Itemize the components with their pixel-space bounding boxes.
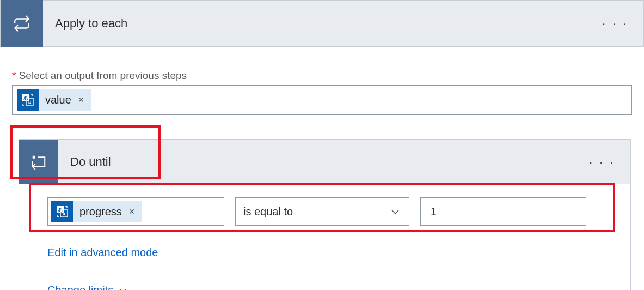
chevron-down-icon xyxy=(389,206,401,218)
svg-rect-4 xyxy=(33,156,35,159)
condition-operator-select[interactable]: is equal to xyxy=(235,197,409,226)
apply-to-each-title: Apply to each xyxy=(43,16,602,31)
progress-token[interactable]: あ a progress × xyxy=(51,201,142,222)
remove-progress-token[interactable]: × xyxy=(127,206,137,218)
loop-icon xyxy=(1,0,43,47)
edit-advanced-link[interactable]: Edit in advanced mode xyxy=(47,246,158,259)
apply-more-button[interactable]: · · · xyxy=(602,16,643,31)
svg-text:a: a xyxy=(63,211,66,216)
select-output-label: * Select an output from previous steps xyxy=(12,70,632,82)
chevron-down-icon xyxy=(118,285,128,291)
do-until-more-button[interactable]: · · · xyxy=(589,154,630,170)
do-until-title: Do until xyxy=(58,155,589,169)
do-until-header[interactable]: Do until · · · xyxy=(19,140,630,184)
condition-left-input[interactable]: あ a progress × xyxy=(47,197,224,226)
translate-icon: あ a xyxy=(17,89,39,111)
operator-label: is equal to xyxy=(243,206,293,218)
svg-text:a: a xyxy=(28,99,32,105)
do-until-card: Do until · · · あ a xyxy=(19,139,631,290)
select-output-input[interactable]: あ a value × xyxy=(12,85,632,115)
value-token-label: value xyxy=(39,94,77,106)
change-limits-link[interactable]: Change limits xyxy=(47,284,128,290)
translate-icon: あ a xyxy=(51,201,73,222)
progress-token-label: progress xyxy=(73,206,127,218)
condition-row: あ a progress × is equal to xyxy=(19,184,630,231)
remove-value-token[interactable]: × xyxy=(77,94,86,106)
condition-value-input[interactable]: 1 xyxy=(420,197,586,226)
value-token[interactable]: あ a value × xyxy=(17,89,91,111)
apply-to-each-header[interactable]: Apply to each · · · xyxy=(0,0,644,47)
condition-value: 1 xyxy=(431,206,437,218)
do-until-icon xyxy=(19,140,58,184)
